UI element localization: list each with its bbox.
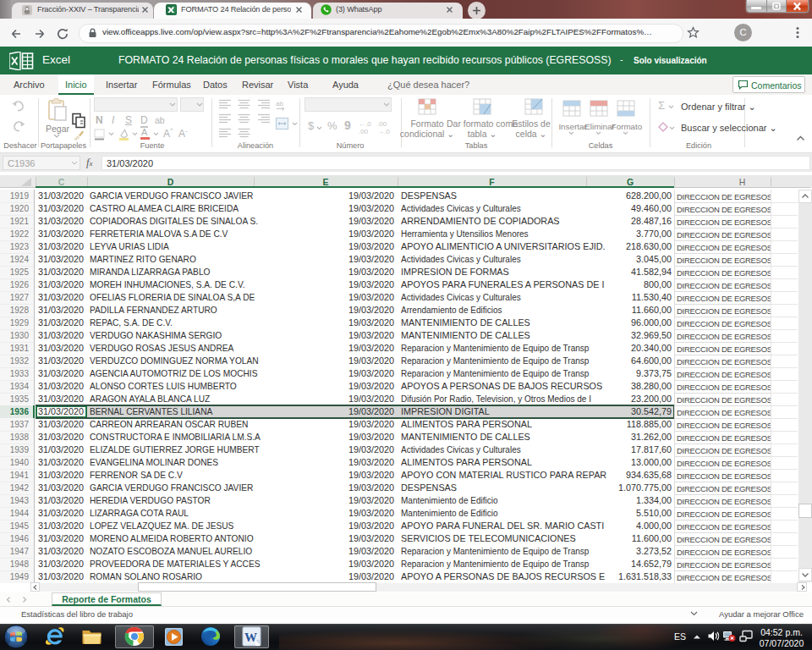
svg-text:ab: ab [276,100,283,107]
svg-text:W: W [244,631,257,644]
